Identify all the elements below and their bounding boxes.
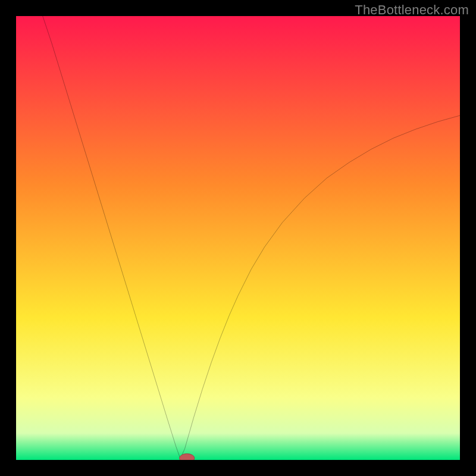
gradient-background bbox=[16, 16, 460, 460]
chart-frame: TheBottleneck.com bbox=[0, 0, 476, 476]
bottleneck-chart bbox=[16, 16, 460, 460]
plot-area bbox=[16, 16, 460, 460]
watermark-text: TheBottleneck.com bbox=[355, 2, 469, 18]
